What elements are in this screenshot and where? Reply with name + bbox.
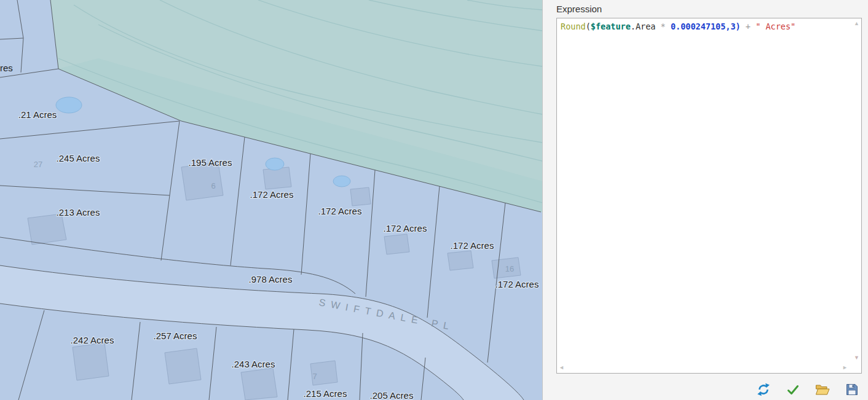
parcel-acreage-label: .242 Acres xyxy=(71,335,114,345)
code-token: 3 xyxy=(730,22,735,31)
parcel-acreage-label: .243 Acres xyxy=(232,359,275,369)
lot-number-label: 16 xyxy=(505,264,514,273)
code-token xyxy=(741,22,746,31)
code-token: + xyxy=(746,22,751,31)
clipped-acreage-label: res xyxy=(0,63,13,73)
code-token: . xyxy=(631,22,636,31)
parcel-acreage-label: .205 Acres xyxy=(370,390,414,400)
checkmark-icon xyxy=(786,383,800,396)
map-canvas: 276716 SWIFTDALE PL res .21 Acres.245 Ac… xyxy=(0,0,542,400)
map-view[interactable]: 276716 SWIFTDALE PL res .21 Acres.245 Ac… xyxy=(0,0,542,400)
parcel-acreage-label: .195 Acres xyxy=(189,157,232,168)
lot-number-label: 27 xyxy=(34,160,42,169)
parcel-acreage-label: .257 Acres xyxy=(154,331,197,341)
open-button[interactable] xyxy=(815,382,830,397)
refresh-icon xyxy=(757,383,770,396)
lot-number-label: 7 xyxy=(312,372,317,381)
code-token: ( xyxy=(586,22,591,31)
editor-toolbar xyxy=(756,382,859,397)
parcel-acreage-label: .21 Acres xyxy=(18,109,57,120)
parcel-acreage-label: .213 Acres xyxy=(57,207,100,218)
scroll-down-arrow[interactable]: ▼ xyxy=(854,355,859,361)
expression-panel: Expression Round($feature.Area * 0.00024… xyxy=(543,0,868,400)
scroll-left-arrow[interactable]: ◄ xyxy=(559,365,564,371)
code-token xyxy=(655,22,660,31)
lot-number-label: 6 xyxy=(211,181,215,190)
save-button[interactable] xyxy=(845,382,859,397)
scroll-up-arrow[interactable]: ▲ xyxy=(854,21,859,26)
save-icon xyxy=(846,383,858,396)
panel-title: Expression xyxy=(556,4,602,14)
parcel-acreage-label: .172 Acres xyxy=(318,206,362,216)
expression-editor[interactable]: Round($feature.Area * 0.000247105,3) + "… xyxy=(556,18,862,374)
code-token: " Acres" xyxy=(756,22,795,31)
code-token: Area xyxy=(636,22,656,31)
code-token: 0.000247105 xyxy=(671,22,725,31)
code-token: Round xyxy=(561,22,586,31)
parcel-acreage-label: .172 Acres xyxy=(250,189,294,200)
parcel-acreage-label: .215 Acres xyxy=(304,388,347,399)
parcel-acreage-label: .978 Acres xyxy=(249,274,293,284)
parcel-acreage-label: .172 Acres xyxy=(451,240,494,251)
code-token xyxy=(666,22,671,31)
app-window: 276716 SWIFTDALE PL res .21 Acres.245 Ac… xyxy=(0,0,868,400)
code-token: ) xyxy=(736,22,741,31)
code-token: * xyxy=(661,22,666,31)
validate-button[interactable] xyxy=(786,382,800,397)
parcel-acreage-label: .172 Acres xyxy=(495,279,539,289)
code-token: $feature xyxy=(591,22,631,31)
parcel-acreage-label: .172 Acres xyxy=(384,223,427,233)
scroll-right-arrow[interactable]: ► xyxy=(842,365,848,371)
parcel-acreage-label: .245 Acres xyxy=(57,153,100,163)
code-token xyxy=(751,22,756,31)
code-line: Round($feature.Area * 0.000247105,3) + "… xyxy=(557,18,861,34)
refresh-button[interactable] xyxy=(756,382,771,397)
open-folder-icon xyxy=(815,383,830,396)
